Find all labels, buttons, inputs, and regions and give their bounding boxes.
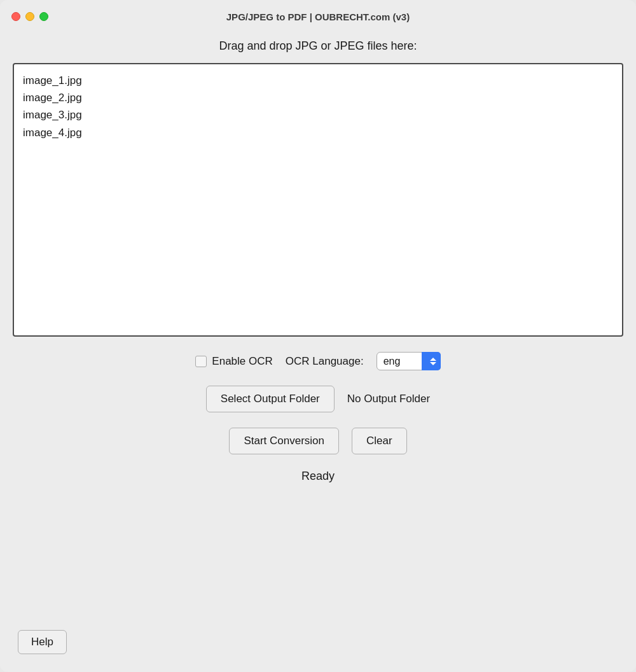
list-item: image_4.jpg bbox=[23, 124, 82, 141]
action-row: Start Conversion Clear bbox=[229, 428, 406, 454]
ocr-language-label: OCR Language: bbox=[286, 355, 364, 368]
title-bar: JPG/JPEG to PDF | OUBRECHT.com (v3) bbox=[0, 0, 636, 33]
minimize-button[interactable] bbox=[25, 12, 34, 21]
ocr-row: Enable OCR OCR Language: engfradeuspaita… bbox=[195, 352, 440, 370]
window-title: JPG/JPEG to PDF | OUBRECHT.com (v3) bbox=[226, 11, 410, 22]
controls-section: Enable OCR OCR Language: engfradeuspaita… bbox=[13, 352, 623, 483]
traffic-lights bbox=[11, 12, 48, 21]
ocr-language-select-wrapper: engfradeuspaitapornldjpnchi_simchi_tra bbox=[377, 352, 441, 370]
select-output-folder-button[interactable]: Select Output Folder bbox=[206, 386, 335, 412]
ocr-enable-label: Enable OCR bbox=[212, 355, 272, 368]
help-button[interactable]: Help bbox=[18, 630, 67, 654]
start-conversion-button[interactable]: Start Conversion bbox=[229, 428, 339, 454]
drop-zone[interactable]: image_1.jpgimage_2.jpgimage_3.jpgimage_4… bbox=[13, 63, 623, 337]
list-item: image_2.jpg bbox=[23, 89, 82, 106]
ocr-checkbox[interactable] bbox=[195, 356, 207, 367]
ocr-language-select[interactable]: engfradeuspaitapornldjpnchi_simchi_tra bbox=[377, 352, 441, 370]
folder-row: Select Output Folder No Output Folder bbox=[206, 386, 430, 412]
maximize-button[interactable] bbox=[39, 12, 48, 21]
drag-drop-label: Drag and drop JPG or JPEG files here: bbox=[219, 39, 417, 53]
ocr-checkbox-label[interactable]: Enable OCR bbox=[195, 355, 272, 368]
list-item: image_1.jpg bbox=[23, 72, 82, 89]
status-text: Ready bbox=[301, 470, 335, 483]
main-content: Drag and drop JPG or JPEG files here: im… bbox=[0, 33, 636, 672]
no-folder-text: No Output Folder bbox=[347, 393, 430, 405]
app-window: JPG/JPEG to PDF | OUBRECHT.com (v3) Drag… bbox=[0, 0, 636, 672]
close-button[interactable] bbox=[11, 12, 20, 21]
clear-button[interactable]: Clear bbox=[352, 428, 407, 454]
list-item: image_3.jpg bbox=[23, 106, 82, 123]
